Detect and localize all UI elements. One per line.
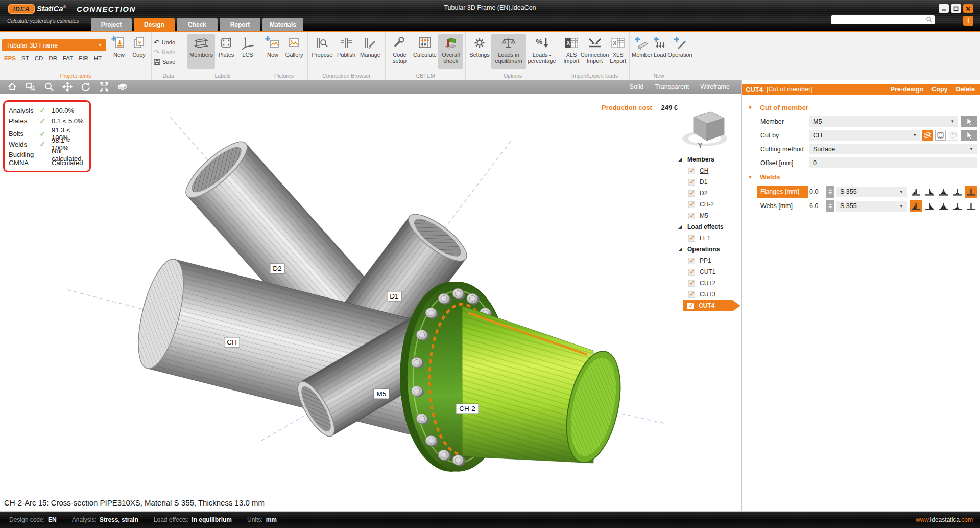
section-cut-of-member[interactable]: ▼ Cut of member [748, 104, 977, 111]
new-project-item-button[interactable]: New [109, 34, 129, 69]
tree-item-cut3[interactable]: CUT3 [675, 289, 740, 300]
code-ht[interactable]: HT [94, 55, 102, 61]
webs-weld-size[interactable]: 6.0 [809, 202, 826, 210]
label-m5[interactable]: M5 [374, 389, 389, 399]
label-ch[interactable]: CH [224, 337, 240, 347]
tree-item-ch2[interactable]: CH-2 [675, 199, 740, 210]
checkbox-checked-icon[interactable] [688, 291, 695, 298]
connection-import-button[interactable]: Connection Import [581, 34, 609, 69]
tab-project[interactable]: Project [91, 18, 132, 31]
code-eps[interactable]: EPS [4, 55, 16, 61]
pan-icon[interactable] [61, 81, 74, 93]
plates-button[interactable]: Plates [215, 34, 237, 69]
zoom-icon[interactable] [43, 81, 55, 93]
cutby-surface-toggle[interactable] [948, 130, 959, 141]
weld-type-butt-icon[interactable] [965, 200, 977, 212]
tree-item-cut4[interactable]: CUT4 [683, 300, 740, 311]
tube-ch2[interactable] [462, 306, 629, 468]
tree-section-load-effects[interactable]: Load effects [675, 221, 740, 233]
propose-button[interactable]: Propose [310, 34, 334, 69]
publish-button[interactable]: Publish [334, 34, 358, 69]
checkbox-checked-icon[interactable] [688, 280, 695, 287]
xls-import-button[interactable]: X XLS Import [562, 34, 581, 69]
expander-icon[interactable] [678, 225, 682, 229]
offset-input[interactable]: 0 [809, 157, 977, 168]
tree-item-m5[interactable]: M5 [675, 210, 740, 221]
loads-in-equilibrium-button[interactable]: Loads in equilibrium [491, 34, 526, 69]
project-item-select[interactable]: Tubular 3D Frame ▼ [2, 39, 106, 51]
tree-item-pp1[interactable]: PP1 [675, 255, 740, 266]
close-button[interactable] [963, 4, 973, 13]
3d-viewport[interactable]: CH D2 D1 M5 CH-2 Analysis✓100.0% Plates✓… [0, 94, 741, 511]
code-dr[interactable]: DR [49, 55, 57, 61]
expander-icon[interactable] [678, 248, 682, 251]
weld-type-right-icon[interactable] [924, 186, 936, 198]
tab-check[interactable]: Check [177, 18, 218, 31]
code-setup-button[interactable]: Code setup [388, 34, 412, 69]
view-mode-transparent[interactable]: Transparent [655, 83, 689, 90]
search-input[interactable] [831, 16, 926, 23]
tab-materials[interactable]: Materials [262, 18, 303, 31]
solid-view-icon[interactable] [116, 81, 129, 93]
new-picture-button[interactable]: New [262, 34, 283, 69]
webs-spinner[interactable] [826, 200, 834, 212]
expander-icon[interactable] [678, 158, 682, 162]
code-cd[interactable]: CD [35, 55, 43, 61]
code-fat[interactable]: FAT [63, 55, 73, 61]
gallery-button[interactable]: Gallery [283, 34, 305, 69]
rotate-icon[interactable] [80, 81, 92, 93]
flanges-weld-size[interactable]: 0.0 [809, 188, 826, 195]
weld-type-both-icon[interactable] [938, 186, 949, 198]
label-d1[interactable]: D1 [387, 291, 401, 301]
collapse-triangle-icon[interactable]: ▼ [748, 174, 753, 180]
website-link[interactable]: www.ideastatica.com [916, 516, 973, 523]
view-mode-solid[interactable]: Solid [630, 83, 644, 90]
tab-report[interactable]: Report [220, 18, 260, 31]
weld-type-small-icon[interactable] [951, 186, 963, 198]
section-welds[interactable]: ▼ Welds [748, 173, 977, 181]
zoom-window-icon[interactable] [25, 81, 37, 93]
flanges-spinner[interactable] [826, 186, 834, 198]
settings-button[interactable]: Settings [468, 34, 491, 69]
search-box[interactable] [831, 15, 935, 24]
tree-section-operations[interactable]: Operations [675, 244, 740, 255]
checkbox-checked-icon[interactable] [688, 168, 695, 174]
checkbox-checked-icon[interactable] [687, 303, 694, 309]
cutby-select[interactable]: CH▼ [809, 130, 920, 141]
weld-type-both-icon[interactable] [938, 200, 949, 212]
webs-weld-label[interactable]: Webs [mm] [757, 200, 808, 212]
home-view-icon[interactable] [6, 81, 18, 93]
weld-type-small-icon[interactable] [951, 200, 963, 212]
checkbox-checked-icon[interactable] [688, 213, 695, 219]
save-button[interactable]: Save [154, 58, 183, 66]
checkbox-checked-icon[interactable] [688, 258, 695, 264]
pre-design-button[interactable]: Pre-design [891, 86, 924, 93]
tree-item-le1[interactable]: LE1 [675, 233, 740, 244]
flanges-material-select[interactable]: S 355▼ [836, 187, 907, 197]
undo-button[interactable]: ↶ Undo [154, 38, 183, 47]
tree-item-cut2[interactable]: CUT2 [675, 278, 740, 289]
maximize-button[interactable] [951, 4, 961, 13]
overall-check-button[interactable]: Overall check [438, 34, 463, 69]
checkbox-checked-icon[interactable] [688, 190, 695, 197]
manage-button[interactable]: Manage [358, 34, 383, 69]
checkbox-checked-icon[interactable] [688, 269, 695, 276]
flanges-weld-label[interactable]: Flanges [mm] [757, 186, 808, 198]
label-ch2[interactable]: CH-2 [456, 404, 479, 414]
delete-operation-button[interactable]: Delete [955, 86, 975, 93]
checkbox-checked-icon[interactable] [688, 179, 695, 186]
fit-view-icon[interactable] [98, 81, 110, 93]
tree-item-d2[interactable]: D2 [675, 188, 740, 199]
calculate-button[interactable]: Calculate [412, 34, 439, 69]
cutby-plate-toggle[interactable] [935, 130, 946, 141]
member-select[interactable]: M5▼ [809, 116, 958, 127]
code-fir[interactable]: FIR [79, 55, 88, 61]
weld-type-left-icon[interactable] [910, 186, 922, 198]
members-button[interactable]: Members [187, 34, 215, 69]
view-cube[interactable]: Y [679, 108, 730, 150]
tree-section-members[interactable]: Members [675, 154, 740, 165]
code-st[interactable]: ST [21, 55, 29, 61]
copy-operation-button[interactable]: Copy [931, 86, 947, 93]
minimize-button[interactable] [939, 4, 949, 13]
cutting-method-select[interactable]: Surface▼ [809, 144, 977, 154]
